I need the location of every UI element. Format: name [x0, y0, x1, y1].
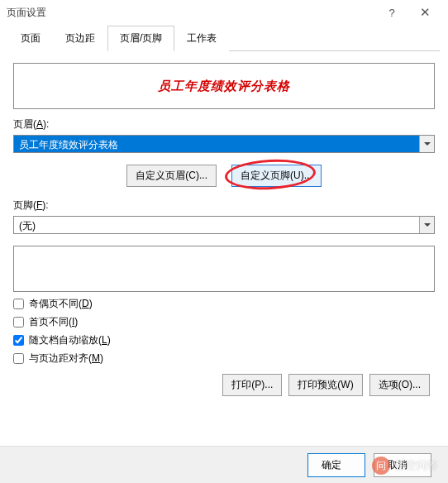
tab-margin[interactable]: 页边距 [53, 26, 107, 51]
footer-label: 页脚(F): [13, 198, 435, 213]
header-preview-text: 员工年度绩效评分表格 [158, 79, 290, 94]
check-first-page[interactable]: 首页不同(I) [13, 315, 435, 329]
footer-dropdown[interactable]: (无) [13, 216, 435, 234]
tab-header-footer[interactable]: 页眉/页脚 [107, 26, 174, 51]
check-scale-with-doc[interactable]: 随文档自动缩放(L) [13, 333, 435, 347]
close-icon[interactable]: ✕ [408, 5, 441, 20]
ok-button[interactable]: 确定 [307, 453, 365, 477]
check-scale-with-doc-label: 随文档自动缩放(L) [29, 333, 111, 347]
check-odd-even-box[interactable] [13, 299, 24, 309]
check-align-margins-label: 与页边距对齐(M) [29, 351, 103, 366]
chevron-down-icon[interactable] [419, 136, 434, 152]
tab-sheet[interactable]: 工作表 [174, 26, 229, 51]
dialog-title: 页面设置 [7, 6, 46, 20]
header-preview-box: 员工年度绩效评分表格 [13, 63, 435, 109]
chevron-down-icon[interactable] [419, 217, 434, 233]
check-align-margins-box[interactable] [13, 353, 24, 364]
check-align-margins[interactable]: 与页边距对齐(M) [13, 351, 435, 366]
check-odd-even[interactable]: 奇偶页不同(D) [13, 297, 435, 311]
check-first-page-label: 首页不同(I) [29, 315, 78, 329]
custom-header-button[interactable]: 自定义页眉(C)... [126, 165, 217, 187]
header-dropdown[interactable]: 员工年度绩效评分表格 [13, 135, 435, 153]
footer-preview-box [13, 246, 435, 292]
check-first-page-box[interactable] [13, 317, 24, 328]
help-icon[interactable]: ? [375, 7, 408, 19]
check-scale-with-doc-box[interactable] [13, 335, 24, 346]
header-label: 页眉(A): [13, 117, 435, 132]
check-odd-even-label: 奇偶页不同(D) [29, 297, 93, 311]
header-dropdown-value: 员工年度绩效评分表格 [14, 136, 419, 152]
print-preview-button[interactable]: 打印预览(W) [288, 374, 362, 396]
tab-page[interactable]: 页面 [8, 26, 53, 51]
footer-dropdown-value: (无) [14, 217, 419, 233]
options-button[interactable]: 选项(O)... [369, 374, 430, 396]
print-button[interactable]: 打印(P)... [222, 374, 282, 396]
custom-footer-button[interactable]: 自定义页脚(U)... [231, 165, 322, 187]
cancel-button[interactable]: 取消 [374, 453, 431, 477]
